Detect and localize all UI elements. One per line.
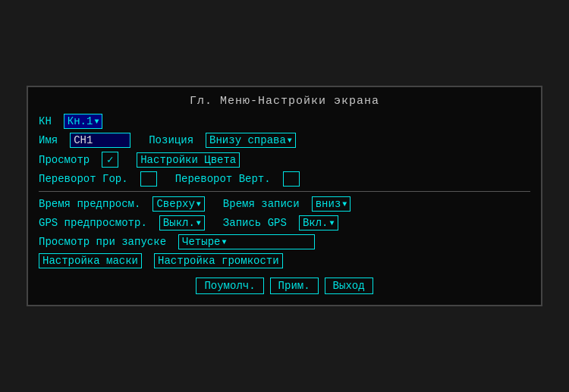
position-value: Внизу справа: [209, 134, 286, 146]
launch-preview-label: Просмотр при запуске: [39, 236, 166, 248]
flip-ver-label: Переворот Верт.: [175, 173, 271, 185]
row-mask-volume: Настройка маски Настройка громкости: [39, 253, 530, 268]
record-time-label: Время записи: [223, 198, 300, 210]
exit-button[interactable]: Выход: [325, 278, 373, 294]
gps-preview-label: GPS предпросмотр.: [39, 217, 147, 229]
default-button[interactable]: Поумолч.: [196, 278, 263, 294]
preview-time-arrow-icon: ▼: [196, 200, 201, 209]
preview-checkbox[interactable]: ✓: [102, 152, 118, 168]
flip-hor-label: Переворот Гор.: [39, 173, 128, 185]
row-flip: Переворот Гор. Переворот Верт.: [39, 171, 530, 187]
name-input[interactable]: СН1: [70, 133, 130, 148]
launch-preview-arrow-icon: ▼: [222, 238, 226, 246]
flip-hor-checkbox[interactable]: [140, 171, 157, 187]
preview-time-label: Время предпросм.: [39, 198, 140, 210]
record-time-arrow-icon: ▼: [342, 200, 347, 209]
gps-preview-dropdown[interactable]: Выкл. ▼: [159, 215, 205, 230]
kn-label: КН: [39, 115, 52, 127]
row-kn: КН Кн.1 ▼: [39, 114, 530, 129]
flip-ver-checkbox[interactable]: [283, 171, 300, 187]
gps-preview-arrow-icon: ▼: [196, 219, 201, 227]
preview-time-dropdown[interactable]: Сверху ▼: [152, 196, 204, 212]
name-label: Имя: [39, 134, 58, 146]
row-name-position: Имя СН1 Позиция Внизу справа ▼: [39, 133, 530, 148]
record-time-dropdown[interactable]: вниз ▼: [312, 196, 351, 212]
row-preview-color: Просмотр ✓ Настройки Цвета: [39, 152, 530, 168]
volume-settings-btn[interactable]: Настройка громкости: [154, 253, 283, 268]
kn-value: Кн.1: [68, 115, 93, 127]
gps-record-dropdown[interactable]: Вкл. ▼: [299, 215, 338, 230]
row-times: Время предпросм. Сверху ▼ Время записи в…: [39, 196, 530, 212]
row-gps: GPS предпросмотр. Выкл. ▼ Запись GPS Вкл…: [39, 215, 530, 230]
gps-record-arrow-icon: ▼: [329, 219, 334, 227]
position-label: Позиция: [149, 134, 193, 146]
position-arrow-icon: ▼: [288, 136, 292, 145]
color-settings-btn[interactable]: Настройки Цвета: [137, 152, 240, 168]
row-launch-preview: Просмотр при запуске Четыре ▼: [39, 234, 530, 249]
button-area: Поумолч. Прим. Выход: [39, 278, 530, 294]
main-screen: Гл. Меню-Настройки экрана КН Кн.1 ▼ Имя …: [27, 86, 542, 306]
position-dropdown[interactable]: Внизу справа ▼: [206, 133, 296, 148]
preview-label: Просмотр: [39, 154, 90, 166]
gps-record-label: Запись GPS: [223, 217, 287, 229]
record-time-value: вниз: [316, 198, 341, 210]
mask-settings-btn[interactable]: Настройка маски: [39, 253, 142, 268]
launch-preview-value: Четыре: [182, 236, 220, 248]
screen-title: Гл. Меню-Настройки экрана: [39, 95, 530, 108]
preview-time-value: Сверху: [156, 198, 194, 210]
kn-dropdown[interactable]: Кн.1 ▼: [64, 114, 103, 129]
launch-preview-dropdown[interactable]: Четыре ▼: [178, 234, 315, 249]
gps-preview-value: Выкл.: [163, 217, 195, 229]
apply-button[interactable]: Прим.: [270, 278, 319, 294]
gps-record-value: Вкл.: [303, 217, 329, 229]
preview-check-icon: ✓: [107, 153, 113, 166]
kn-arrow-icon: ▼: [94, 118, 99, 126]
